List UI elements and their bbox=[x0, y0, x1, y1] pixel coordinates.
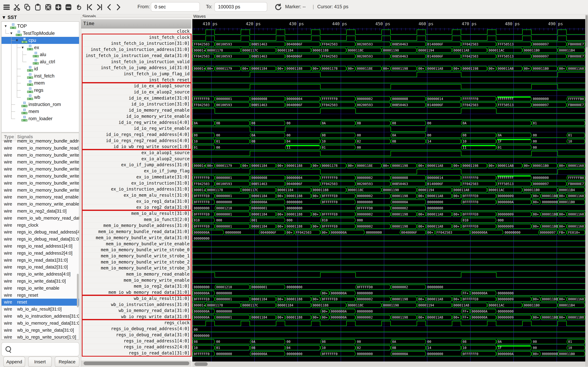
signal-row-inst_fetch_clock[interactable]: inst_fetch_clock bbox=[81, 34, 191, 40]
signal-row-ex_io_if_jump_address[31:0][interactable]: ex_io_if_jump_address[31:0] bbox=[81, 162, 191, 168]
signal-row-inst_fetch_reset[interactable]: inst_fetch_reset bbox=[81, 77, 191, 83]
signal-row-mem_io_memory_bundle_read_data[31:0][interactable]: mem_io_memory_bundle_read_data[31:0] bbox=[81, 228, 191, 234]
signal-table-row-regs_io_read_address1[4:0][interactable]: wireregs_io_read_address1[4:0] bbox=[1, 243, 79, 250]
signal-row-wb_io_instruction_address[31:0][interactable]: wb_io_instruction_address[31:0] bbox=[81, 301, 191, 308]
signal-table-row-regs_io_read_address2[4:0][interactable]: wireregs_io_read_address2[4:0] bbox=[1, 250, 79, 257]
sst-section-header[interactable]: ▼ SST bbox=[1, 15, 17, 20]
signal-search-input[interactable] bbox=[1, 342, 79, 356]
menu-icon[interactable] bbox=[3, 3, 10, 11]
signal-table-row-regs_clock[interactable]: wireregs_clock bbox=[1, 222, 79, 229]
wave-row-wb_io_instruction_address[31:0][interactable]: 00001+000011780000117C000011840000118800… bbox=[192, 303, 585, 308]
signal-row-mem_io_memory_bundle_write_strobe_0[interactable]: mem_io_memory_bundle_write_strobe_0 bbox=[81, 247, 191, 253]
signal-row-ex_io_immediate[31:0][interactable]: ex_io_immediate[31:0] bbox=[81, 174, 191, 180]
expander-icon[interactable]: ▼ bbox=[21, 46, 24, 50]
tree-item-wb[interactable]: wb bbox=[1, 94, 79, 101]
signal-table-row-mem_io_memory_bundle_write_strobe_1[interactable]: wiremem_io_memory_bundle_write_strobe_1 bbox=[1, 173, 79, 180]
signal-row-mem_io_memory_write_enable[interactable]: mem_io_memory_write_enable bbox=[81, 277, 191, 283]
signal-row-inst_fetch_io_jump_address_id[31:0][interactable]: inst_fetch_io_jump_address_id[31:0] bbox=[81, 65, 191, 71]
go-to-start-icon[interactable] bbox=[86, 3, 93, 11]
waves-hscrollbar[interactable] bbox=[192, 361, 585, 367]
append-button[interactable]: Append bbox=[3, 357, 25, 367]
time-header[interactable]: Time bbox=[81, 19, 191, 28]
tree-item-alu[interactable]: alu bbox=[1, 51, 79, 58]
step-left-icon[interactable] bbox=[105, 3, 113, 11]
signal-row-regs_io_debug_read_address[4:0][interactable]: regs_io_debug_read_address[4:0] bbox=[81, 325, 191, 332]
signal-row-inst_fetch_io_instruction[31:0][interactable]: inst_fetch_io_instruction[31:0] bbox=[81, 40, 191, 46]
wave-row-inst_fetch_io_instruction_address[31:0][interactable]: 00001+000011780000117C000011840000118800… bbox=[192, 48, 585, 53]
signal-row-id_io_instruction[31:0][interactable]: id_io_instruction[31:0] bbox=[81, 101, 191, 107]
signal-row-ex_io_reg2_data[31:0][interactable]: ex_io_reg2_data[31:0] bbox=[81, 204, 191, 210]
tree-item-mem[interactable]: mem bbox=[1, 80, 79, 87]
signal-row-id_io_ex_aluop2_source[interactable]: id_io_ex_aluop2_source bbox=[81, 89, 191, 95]
wave-row-ex_io_instruction_address[31:0][interactable]: 00001+000011780000117C000011840000118800… bbox=[192, 188, 585, 192]
signal-row-id_io_ex_aluop1_source[interactable]: id_io_ex_aluop1_source bbox=[81, 83, 191, 89]
replace-button[interactable]: Replace bbox=[55, 357, 79, 367]
signal-row-inst_fetch_io_instruction_address[31:0][interactable]: inst_fetch_io_instruction_address[31:0] bbox=[81, 46, 191, 52]
signal-row-inst_fetch_io_jump_flag_id[interactable]: inst_fetch_io_jump_flag_id bbox=[81, 71, 191, 77]
signal-table-row-mem_io_memory_bundle_write_strobe_3[interactable]: wiremem_io_memory_bundle_write_strobe_3 bbox=[1, 187, 79, 194]
signal-row-id_io_wb_reg_write_source[1:0][interactable]: id_io_wb_reg_write_source[1:0] bbox=[81, 143, 191, 150]
signal-row-ex_io_aluop2_source[interactable]: ex_io_aluop2_source bbox=[81, 156, 191, 162]
signal-table-scrollbar[interactable] bbox=[77, 274, 79, 307]
signal-row-regs_io_debug_read_data[31:0][interactable]: regs_io_debug_read_data[31:0] bbox=[81, 332, 191, 338]
signals-hscrollbar[interactable] bbox=[81, 361, 191, 366]
signal-row-clock[interactable]: clock bbox=[81, 28, 191, 34]
tree-item-TOP[interactable]: ▼TOP bbox=[1, 23, 79, 30]
waves-vscrollbar[interactable] bbox=[585, 15, 588, 367]
zoom-fit-icon[interactable] bbox=[44, 3, 52, 11]
signal-row-regs_clock[interactable]: regs_clock bbox=[81, 320, 191, 326]
signal-table-row-regs_io_write_data[31:0][interactable]: wireregs_io_write_data[31:0] bbox=[1, 278, 79, 285]
signal-row-mem_io_memory_bundle_address[31:0][interactable]: mem_io_memory_bundle_address[31:0] bbox=[81, 222, 191, 228]
signal-table-row-wb_io_instruction_address[31:0][interactable]: wirewb_io_instruction_address[31:0] bbox=[1, 313, 79, 320]
wave-row-inst_fetch_io_jump_address_id[31:0][interactable]: 00001+00+0000117900+0000118400+000011880… bbox=[192, 66, 585, 71]
signal-row-mem_io_memory_bundle_write_strobe_1[interactable]: mem_io_memory_bundle_write_strobe_1 bbox=[81, 253, 191, 259]
signal-table-row-regs_io_debug_read_data[31:0][interactable]: wireregs_io_debug_read_data[31:0] bbox=[1, 236, 79, 243]
signal-row-mem_io_funct3[2:0][interactable]: mem_io_funct3[2:0] bbox=[81, 216, 191, 223]
insert-button[interactable]: Insert bbox=[28, 357, 52, 367]
signal-row-mem_io_memory_read_enable[interactable]: mem_io_memory_read_enable bbox=[81, 271, 191, 277]
signal-row-id_io_reg_write_enable[interactable]: id_io_reg_write_enable bbox=[81, 125, 191, 131]
waveform-canvas[interactable]: 410ps420ps430ps440ps450ps460ps470ps480ps… bbox=[192, 19, 585, 361]
expander-icon[interactable]: ▼ bbox=[15, 38, 19, 42]
signal-row-mem_io_alu_result[31:0][interactable]: mem_io_alu_result[31:0] bbox=[81, 210, 191, 216]
signal-table-row-mem_io_memory_write_enable[interactable]: wiremem_io_memory_write_enable bbox=[1, 201, 79, 208]
from-input[interactable]: 0 sec bbox=[151, 2, 200, 12]
copy-icon[interactable] bbox=[24, 3, 31, 11]
signal-table-row-regs_io_debug_read_address[4:0][interactable]: wireregs_io_debug_read_address[4:0] bbox=[1, 229, 79, 236]
tree-item-inst_fetch[interactable]: inst_fetch bbox=[1, 73, 79, 80]
signal-row-id_io_memory_read_enable[interactable]: id_io_memory_read_enable bbox=[81, 107, 191, 113]
signal-row-id_io_ex_immediate[31:0][interactable]: id_io_ex_immediate[31:0] bbox=[81, 95, 191, 101]
signal-row-ex_io_instruction_address[31:0][interactable]: ex_io_instruction_address[31:0] bbox=[81, 186, 191, 192]
signal-table-row-regs_io_write_enable[interactable]: wireregs_io_write_enable bbox=[1, 285, 79, 292]
signal-row-id_io_reg_write_address[4:0][interactable]: id_io_reg_write_address[4:0] bbox=[81, 119, 191, 125]
signals-hscrollbar-thumb[interactable] bbox=[84, 361, 189, 365]
signal-row-inst_fetch_io_instruction_read_data[31:0][interactable]: inst_fetch_io_instruction_read_data[31:0… bbox=[81, 52, 191, 58]
signal-table-row-reset[interactable]: wirereset bbox=[1, 299, 79, 306]
signal-row-ex_io_aluop1_source[interactable]: ex_io_aluop1_source bbox=[81, 150, 191, 156]
signal-row-regs_io_read_address2[4:0][interactable]: regs_io_read_address2[4:0] bbox=[81, 344, 191, 350]
signal-row-ex_io_instruction[31:0][interactable]: ex_io_instruction[31:0] bbox=[81, 180, 191, 186]
waves-vscrollbar-thumb[interactable] bbox=[586, 15, 588, 47]
undo-icon[interactable] bbox=[75, 3, 83, 11]
expander-icon[interactable]: ▼ bbox=[10, 31, 13, 35]
signal-row-wb_io_memory_read_data[31:0][interactable]: wb_io_memory_read_data[31:0] bbox=[81, 307, 191, 314]
signal-row-id_io_memory_write_enable[interactable]: id_io_memory_write_enable bbox=[81, 113, 191, 119]
tree-item-TestTopModule[interactable]: ▼TestTopModule bbox=[1, 30, 79, 37]
signal-table-row-mem_io_memory_bundle_write_data[31:0][interactable]: wiremem_io_memory_bundle_write_data[31:0… bbox=[1, 152, 79, 159]
signal-row-wb_io_alu_result[31:0][interactable]: wb_io_alu_result[31:0] bbox=[81, 295, 191, 301]
signal-row-ex_io_if_jump_flag[interactable]: ex_io_if_jump_flag bbox=[81, 168, 191, 174]
signal-row-id_io_regs_reg1_read_address[4:0][interactable]: id_io_regs_reg1_read_address[4:0] bbox=[81, 131, 191, 137]
signal-row-mem_io_memory_bundle_write_data[31:0][interactable]: mem_io_memory_bundle_write_data[31:0] bbox=[81, 234, 191, 241]
signal-table-row-wb_io_regs_write_data[31:0][interactable]: wirewb_io_regs_write_data[31:0] bbox=[1, 327, 79, 334]
step-right-icon[interactable] bbox=[114, 3, 122, 11]
cut-icon[interactable] bbox=[13, 3, 21, 11]
tree-item-id[interactable]: id bbox=[1, 65, 79, 72]
wave-row-ex_io_if_jump_address[31:0][interactable]: 00001+00+0000117900+0000118400+000011880… bbox=[192, 163, 585, 168]
signal-table-row-mem_io_memory_bundle_address[31:0][interactable]: wiremem_io_memory_bundle_address[31:0] bbox=[1, 138, 79, 145]
go-to-end-icon[interactable] bbox=[96, 3, 103, 11]
signal-table-row-mem_io_reg2_data[31:0][interactable]: wiremem_io_reg2_data[31:0] bbox=[1, 208, 79, 215]
signal-table-row-mem_io_memory_bundle_read_data[31:0][interactable]: wiremem_io_memory_bundle_read_data[31:0] bbox=[1, 145, 79, 152]
signal-table-row-mem_io_memory_bundle_write_strobe_2[interactable]: wiremem_io_memory_bundle_write_strobe_2 bbox=[1, 180, 79, 187]
signal-row-wb_io_regs_write_data[31:0][interactable]: wb_io_regs_write_data[31:0] bbox=[81, 314, 191, 320]
signal-row-ex_io_reg1_data[31:0][interactable]: ex_io_reg1_data[31:0] bbox=[81, 198, 191, 204]
